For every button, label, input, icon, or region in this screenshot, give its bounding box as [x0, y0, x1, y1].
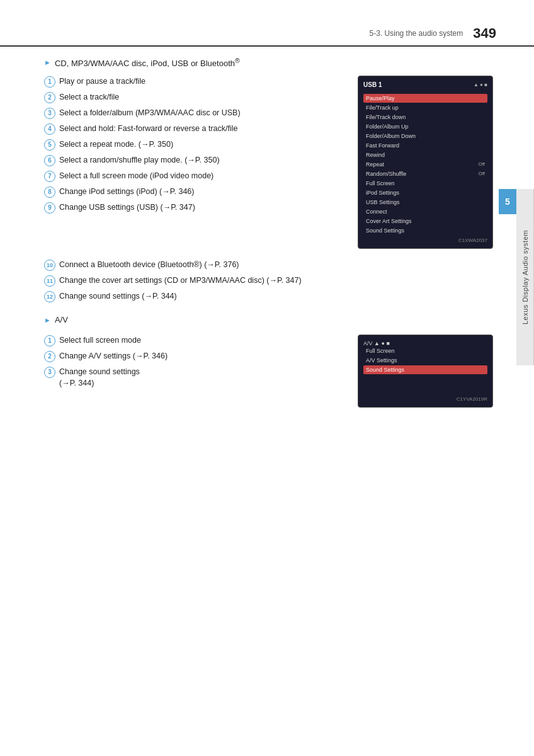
av-section-title: A/V: [55, 315, 68, 324]
usb-menu-label: Pause/Play: [366, 95, 395, 101]
usb-menu-item-pause: Pause/Play: [363, 94, 487, 103]
list-item: 5 Select a repeat mode. (→P. 350): [44, 139, 345, 151]
usb-menu-label: File/Track down: [366, 114, 406, 120]
item-number-4: 4: [44, 123, 55, 135]
usb-menu-label: Full Screen: [366, 180, 395, 186]
av-screen-column: A/V ▲ ● ■ Full Screen A/V Settings Sound…: [358, 335, 496, 408]
av-menu-item: Full Screen: [363, 346, 487, 355]
usb-menu-item: Cover Art Settings: [363, 217, 487, 226]
list-item: 8 Change iPod settings (iPod) (→P. 346): [44, 186, 345, 198]
usb-section: 1 Play or pause a track/file 2 Select a …: [44, 76, 496, 249]
usb-menu-item: Random/Shuffle Off: [363, 169, 487, 178]
list-item: 3 Select a folder/album (MP3/WMA/AAC dis…: [44, 107, 345, 119]
usb-menu-label: iPod Settings: [366, 190, 399, 196]
av-item-number-1: 1: [44, 335, 55, 346]
usb-section-title: CD, MP3/WMA/AAC disc, iPod, USB or Bluet…: [55, 57, 240, 68]
list-item: 4 Select and hold: Fast-forward or rever…: [44, 123, 345, 135]
list-item: 11 Change the cover art settings (CD or …: [44, 275, 496, 287]
usb-menu-label: Rewind: [366, 152, 385, 158]
item-number-2: 2: [44, 92, 55, 103]
usb-menu-item: Folder/Album Down: [363, 132, 487, 140]
usb-menu-label: Repeat: [366, 161, 384, 168]
usb-menu-label: Cover Art Settings: [366, 218, 412, 224]
item-text-7: Select a full screen mode (iPod video mo…: [59, 170, 213, 181]
list-item: 2 Select a track/file: [44, 91, 345, 103]
av-section-header: ► A/V: [44, 315, 496, 324]
usb-menu-item: Folder/Album Up: [363, 122, 487, 131]
list-item: 7 Select a full screen mode (iPod video …: [44, 170, 345, 182]
av-menu-label: Sound Settings: [366, 367, 404, 373]
item-text-10: Connect a Bluetooth device (Bluetooth®) …: [59, 259, 239, 270]
usb-menu-item: Sound Settings: [363, 226, 487, 235]
list-item: 1 Select full screen mode: [44, 335, 345, 346]
item-number-1: 1: [44, 76, 55, 88]
usb-screen-icons: ▲ ● ■: [474, 82, 487, 88]
av-section-arrow-icon: ►: [44, 316, 51, 324]
usb-menu-item: USB Settings: [363, 198, 487, 207]
item-number-3: 3: [44, 108, 55, 119]
usb-menu-label: Random/Shuffle: [366, 171, 406, 177]
page-container: 5-3. Using the audio system 349 ► CD, MP…: [0, 0, 534, 756]
usb-screen-caption: C1XWA2037: [363, 238, 487, 243]
usb-menu-item: File/Track down: [363, 113, 487, 122]
av-menu-item: A/V Settings: [363, 356, 487, 365]
item-number-9: 9: [44, 202, 55, 214]
av-menu-item-active: Sound Settings: [363, 365, 487, 374]
usb-menu-item: Full Screen: [363, 179, 487, 188]
usb-menu-label: Connect: [366, 209, 387, 215]
sidebar-label: Lexus Display Audio system: [516, 189, 534, 365]
item-text-8: Change iPod settings (iPod) (→P. 346): [59, 186, 194, 197]
usb-menu-label: Folder/Album Up: [366, 123, 409, 130]
item-text-12: Change sound settings (→P. 344): [59, 290, 177, 302]
item-text-9: Change USB settings (USB) (→P. 347): [59, 202, 195, 213]
av-list-column: 1 Select full screen mode 2 Change A/V s…: [44, 335, 345, 408]
item-number-8: 8: [44, 186, 55, 198]
list-item: 10 Connect a Bluetooth device (Bluetooth…: [44, 259, 496, 271]
usb-menu-item: Repeat Off: [363, 160, 487, 169]
usb-menu-value: Off: [478, 171, 485, 177]
item-text-5: Select a repeat mode. (→P. 350): [59, 139, 173, 150]
usb-section-header: ► CD, MP3/WMA/AAC disc, iPod, USB or Blu…: [44, 57, 496, 68]
av-screen-caption: C1YVA2019R: [363, 396, 487, 402]
item-number-11: 11: [44, 275, 55, 287]
av-screen-title: A/V: [363, 340, 373, 346]
usb-screen-mockup: USB 1 ▲ ● ■ Pause/Play File/Track up Fil…: [358, 76, 493, 249]
item-number-7: 7: [44, 171, 55, 182]
list-item: 1 Play or pause a track/file: [44, 76, 345, 88]
usb-menu-label: File/Track up: [366, 105, 399, 111]
usb-screen-title: USB 1: [363, 81, 382, 88]
av-screen-header: A/V ▲ ● ■: [363, 340, 487, 346]
usb-menu-item: Rewind: [363, 151, 487, 159]
list-item: 6 Select a random/shuffle play mode. (→P…: [44, 154, 345, 166]
usb-list-column: 1 Play or pause a track/file 2 Select a …: [44, 76, 345, 249]
chapter-tab-number: 5: [499, 189, 516, 214]
av-item-number-3: 3: [44, 367, 55, 378]
item-number-12: 12: [44, 291, 55, 302]
usb-menu-value: Off: [478, 161, 485, 168]
usb-menu-item: Connect: [363, 207, 487, 216]
usb-menu-label: USB Settings: [366, 199, 400, 205]
list-item: 3 Change sound settings(→P. 344): [44, 366, 345, 389]
section-arrow-icon: ►: [44, 59, 51, 66]
usb-menu-label: Fast Forward: [366, 142, 399, 149]
av-item-number-2: 2: [44, 351, 55, 362]
usb-screen-header: USB 1 ▲ ● ■: [363, 81, 487, 90]
list-item: 12 Change sound settings (→P. 344): [44, 290, 496, 302]
main-content: ► CD, MP3/WMA/AAC disc, iPod, USB or Blu…: [0, 57, 534, 414]
item-text-3: Select a folder/album (MP3/WMA/AAC disc …: [59, 107, 241, 118]
av-item-text-3: Change sound settings(→P. 344): [59, 366, 140, 389]
av-screen-mockup: A/V ▲ ● ■ Full Screen A/V Settings Sound…: [358, 335, 493, 408]
list-item: 9 Change USB settings (USB) (→P. 347): [44, 202, 345, 214]
item-text-6: Select a random/shuffle play mode. (→P. …: [59, 154, 220, 166]
item-text-4: Select and hold: Fast-forward or reverse…: [59, 123, 237, 134]
usb-menu-item: Fast Forward: [363, 141, 487, 150]
item-text-1: Play or pause a track/file: [59, 76, 145, 87]
page-number: 349: [473, 25, 496, 42]
header-bar: 5-3. Using the audio system 349: [0, 25, 534, 47]
av-item-text-1: Select full screen mode: [59, 335, 141, 346]
list-item: 2 Change A/V settings (→P. 346): [44, 350, 345, 362]
usb-screen-column: USB 1 ▲ ● ■ Pause/Play File/Track up Fil…: [358, 76, 496, 249]
item-text-2: Select a track/file: [59, 91, 119, 103]
av-menu-label: A/V Settings: [366, 357, 397, 364]
section-title: 5-3. Using the audio system: [370, 29, 463, 38]
